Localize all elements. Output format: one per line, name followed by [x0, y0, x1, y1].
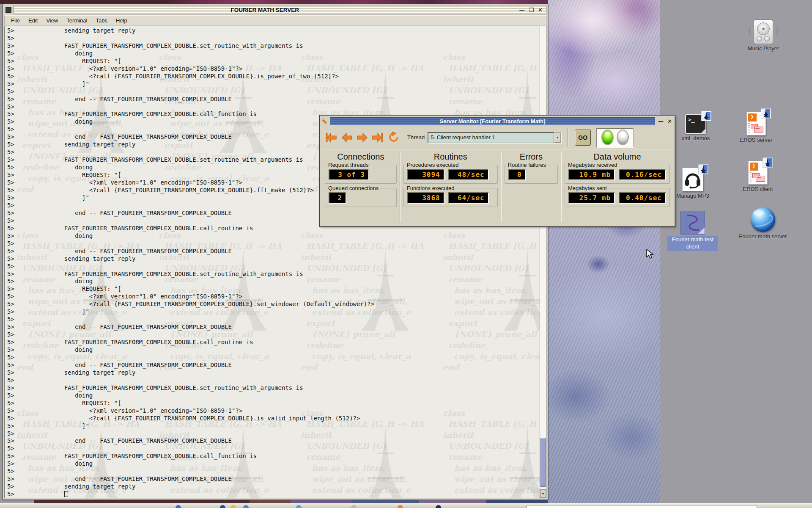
eiffel-badge-icon: [763, 157, 773, 168]
terminal-output-area[interactable]: class HASH_TABLE [G, H -> HA inherit UNB…: [5, 26, 540, 498]
section-data-volume: Data volume Megabytes received 10.9 mb 0…: [565, 152, 670, 222]
go-button[interactable]: GO: [575, 130, 591, 146]
desktop-icon-music-player[interactable]: Music Player: [736, 19, 791, 52]
terminal-line: 5> REQUEST: "[: [7, 285, 374, 293]
section-separator: [561, 152, 562, 222]
wrench-icon: [321, 118, 328, 125]
taskbar-app-icon[interactable]: [230, 505, 236, 508]
lcd-routine-failures: 0: [508, 169, 526, 180]
desktop-icon-manage-mp3[interactable]: Manage MP3: [667, 168, 719, 199]
terminal-line: 5>: [7, 445, 374, 453]
terminal-output: 5> sending target reply5>5> FAST_FOURIER…: [7, 27, 374, 498]
dialog-titlebar[interactable]: Server Monitor [Fourier Transform Math] …: [321, 117, 673, 126]
terminal-line: 5>: [7, 430, 374, 438]
desktop-icon-eros-client[interactable]: EROS client: [732, 161, 784, 193]
status-led-off: [617, 130, 629, 145]
group-megabytes-received: Megabytes received 10.9 mb 0.16/sec: [565, 165, 670, 184]
terminal-line: 5> doing: [7, 460, 374, 468]
terminal-line: 5> sending target reply: [7, 369, 374, 377]
taskbar-app-icon[interactable]: [220, 505, 225, 508]
refresh-icon[interactable]: [387, 131, 400, 144]
menu-item-view[interactable]: View: [42, 17, 62, 25]
wallpaper-texture-band: [548, 0, 660, 508]
thread-selected-value: 5. Client request handler 1: [428, 133, 554, 143]
watermark-eiffel-tower: [502, 244, 540, 335]
terminal-line: 5> <?xml version="1.0" encoding="ISO-885…: [7, 407, 374, 415]
menu-item-tabs[interactable]: Tabs: [92, 17, 111, 25]
section-routines: Routines Procedures executed 3094 48/sec…: [403, 152, 498, 222]
terminal-window-title: FOURIER MATH SERVER: [14, 7, 516, 13]
desktop-icon-fourier-math-server[interactable]: Fourier math server: [734, 207, 792, 240]
lcd-procedures-count: 3094: [407, 169, 444, 180]
taskbar-app-icon[interactable]: [398, 505, 403, 508]
desktop-icon-xml-demos[interactable]: >_ xml_demos: [670, 114, 721, 142]
thread-select[interactable]: 5. Client request handler 1 ▼: [428, 132, 561, 143]
last-arrow-icon[interactable]: [372, 131, 384, 144]
menu-item-help[interactable]: Help: [112, 17, 131, 25]
section-title: Connections: [325, 152, 397, 162]
terminal-line: 5> <?xml version="1.0" encoding="ISO-885…: [7, 65, 374, 73]
status-led-on: [601, 130, 614, 145]
taskbar-app-icon[interactable]: [243, 505, 249, 508]
taskbar-app-icon[interactable]: [176, 505, 181, 508]
desktop-icon-fourier-math-test-client[interactable]: Fourier math test client: [667, 211, 718, 251]
dialog-title: Server Monitor [Fourier Transform Math]: [330, 118, 655, 124]
group-request-threads: Request threads 3 of 3: [325, 165, 397, 184]
speaker-icon: [754, 19, 773, 44]
terminal-line: 5> <?call {FAST_FOURIER_TRANSFORM_COMPLE…: [7, 73, 374, 80]
terminal-line: 5>: [7, 354, 374, 362]
desktop-icon-eros-server[interactable]: EROS server: [730, 112, 782, 144]
terminal-line: 5>: [7, 331, 374, 339]
terminal-line: 5> <?call {FAST_FOURIER_TRANSFORM_COMPLE…: [7, 301, 374, 308]
previous-arrow-icon[interactable]: [340, 131, 353, 144]
next-arrow-icon[interactable]: [356, 131, 369, 144]
terminal-titlebar[interactable]: FOURIER MATH SERVER — ❒ ✕: [4, 5, 546, 14]
terminal-line: 5> ]": [7, 422, 374, 430]
lcd-mb-sent-rate: 0.40/sec: [619, 192, 666, 204]
terminal-line: 5>: [7, 240, 374, 248]
terminal-line: 5> end -- FAST_FOURIER_TRANSFORM_COMPLEX…: [7, 362, 374, 369]
scrollbar-thumb[interactable]: [540, 438, 546, 487]
minimize-icon[interactable]: —: [519, 7, 524, 13]
toolbar-separator: [568, 128, 568, 147]
selected-icon-label: Fourier math test client: [667, 236, 718, 251]
taskbar[interactable]: [0, 503, 812, 508]
lcd-mb-sent: 25.7 mb: [568, 192, 615, 204]
terminal-line: 5> doing: [7, 278, 374, 285]
terminal-line: 5> FAST_FOURIER_TRANSFORM_COMPLEX_DOUBLE…: [7, 42, 374, 50]
terminal-line: 5> doing: [7, 392, 374, 400]
first-arrow-icon[interactable]: [325, 131, 337, 144]
watermark-code-tile: class HASH_TABLE [G, H -> HA inherit UNB…: [443, 407, 540, 498]
group-procedures-executed: Procedures executed 3094 48/sec: [403, 165, 498, 184]
terminal-line: 5> sending target reply: [7, 255, 374, 263]
menu-item-edit[interactable]: Edit: [25, 17, 41, 25]
terminal-window: FOURIER MATH SERVER — ❒ ✕ FileEditViewTe…: [3, 4, 548, 500]
eiffel-badge-icon: [761, 108, 771, 119]
maximize-icon[interactable]: ❒: [529, 7, 534, 13]
taskbar-field[interactable]: [527, 505, 757, 508]
terminal-line: 5> REQUEST: "[: [7, 58, 374, 65]
globe-icon: [751, 207, 775, 232]
terminal-line: 5> end -- FAST_FOURIER_TRANSFORM_COMPLEX…: [7, 96, 374, 103]
dialog-toolbar: Thread 5. Client request handler 1 ▼ GO: [321, 126, 673, 149]
dialog-minimize-icon[interactable]: —: [658, 118, 664, 124]
watermark-eiffel-tower: [502, 422, 540, 498]
terminal-scrollbar[interactable]: ▼: [540, 26, 546, 498]
taskbar-app-icon[interactable]: [296, 505, 302, 508]
chevron-down-icon[interactable]: ▼: [554, 133, 561, 143]
dialog-content: Connections Request threads 3 of 3 Queue…: [321, 149, 673, 225]
menu-item-file[interactable]: File: [7, 17, 24, 25]
terminal-cursor: [64, 491, 68, 497]
menu-item-terminal[interactable]: Terminal: [63, 17, 91, 25]
terminal-line: 5> ]": [7, 80, 374, 88]
desktop: FOURIER MATH SERVER — ❒ ✕ FileEditViewTe…: [0, 0, 812, 508]
terminal-app-icon[interactable]: [4, 5, 13, 14]
close-icon[interactable]: ✕: [538, 7, 543, 13]
section-separator: [501, 152, 502, 222]
taskbar-app-icon[interactable]: [351, 505, 357, 508]
terminal-line: 5> FAST_FOURIER_TRANSFORM_COMPLEX_DOUBLE…: [7, 384, 374, 392]
terminal-line: 5>: [7, 35, 374, 42]
fourier-client-icon: [680, 211, 705, 235]
scrollbar-down-arrow-icon[interactable]: ▼: [540, 489, 546, 498]
taskbar-app-icon[interactable]: [436, 505, 441, 508]
